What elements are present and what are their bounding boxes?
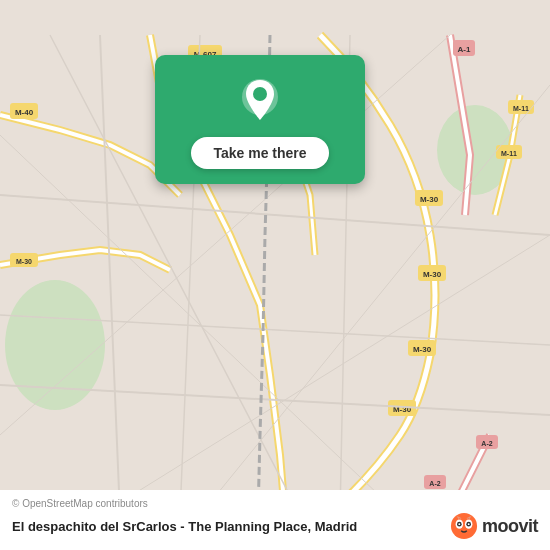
svg-text:M-30: M-30 (420, 195, 439, 204)
svg-text:M-11: M-11 (501, 150, 517, 157)
moovit-logo: moovit (450, 512, 538, 540)
location-name: El despachito del SrCarlos - The Plannin… (12, 519, 450, 534)
moovit-owl-icon (450, 512, 478, 540)
map-container: M-30 M-30 M-30 M-30 M-607 A-1 M-11 M-11 … (0, 0, 550, 550)
svg-text:M-30: M-30 (423, 270, 442, 279)
location-card: Take me there (155, 55, 365, 184)
svg-text:A-2: A-2 (481, 440, 492, 447)
svg-text:A-2: A-2 (429, 480, 440, 487)
svg-text:M-30: M-30 (16, 258, 32, 265)
svg-point-45 (451, 513, 477, 539)
bottom-bar: © OpenStreetMap contributors El despachi… (0, 490, 550, 550)
pin-icon (235, 75, 285, 125)
svg-text:M-30: M-30 (413, 345, 432, 354)
take-me-there-button[interactable]: Take me there (191, 137, 328, 169)
location-info: El despachito del SrCarlos - The Plannin… (12, 512, 538, 540)
copyright-text: © OpenStreetMap contributors (12, 498, 538, 509)
svg-text:M-11: M-11 (513, 105, 529, 112)
svg-text:M-40: M-40 (15, 108, 34, 117)
svg-point-51 (468, 523, 470, 525)
svg-point-50 (458, 523, 460, 525)
svg-point-44 (253, 87, 267, 101)
moovit-text: moovit (482, 516, 538, 537)
svg-text:A-1: A-1 (458, 45, 471, 54)
